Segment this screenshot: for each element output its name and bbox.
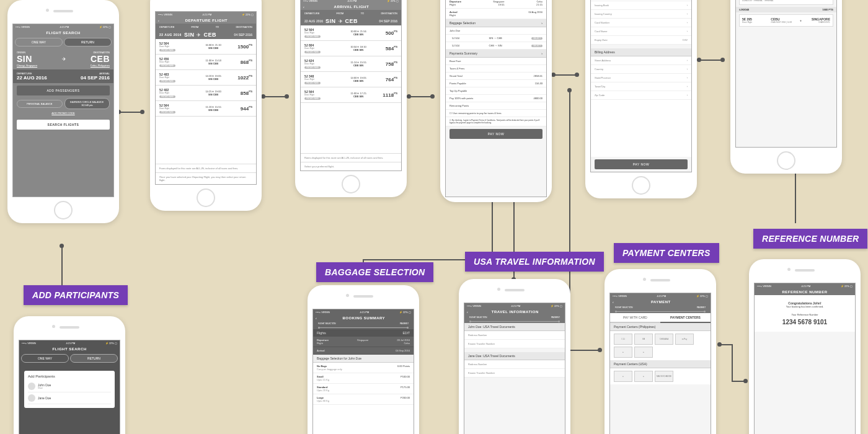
flight-row[interactable]: 5J 804Direct FlightPROMO FARE10:34 ✈ 18:… [301, 41, 401, 56]
baggage-option[interactable]: LargeUpto 30 KgP200.00 [313, 394, 414, 405]
flight-row[interactable]: 5J 348Direct FlightPROMO FARE14:00 ✈ 19:… [301, 72, 401, 87]
baggage-option[interactable]: SmallUpto 15 KgP100.00 [313, 373, 414, 384]
home-button[interactable] [777, 151, 795, 170]
label-usa: USA TRAVEL INFORMATION [465, 252, 604, 272]
home-button[interactable] [197, 188, 215, 207]
tab-oneway[interactable]: ONE WAY [15, 38, 63, 46]
form-field[interactable]: Street Address› [591, 56, 691, 65]
home-button[interactable] [54, 201, 73, 219]
payment-center[interactable]: ● [634, 347, 653, 358]
home-button[interactable] [632, 176, 650, 195]
form-field[interactable]: Country› [591, 65, 691, 74]
form-field[interactable]: Town/City› [591, 82, 691, 91]
form-field[interactable]: Card Number› [591, 19, 691, 27]
form-field[interactable]: Issuing Bank› [591, 1, 691, 10]
tab-pay-card[interactable]: PAY WITH CARD [610, 313, 660, 323]
status-bar: ••••○ VIRGIN4:21 PM⚡ 22% ▢ [13, 24, 113, 30]
baggage-option[interactable]: No BagsCarry-on baggage only0.00 Points [313, 363, 414, 373]
tab-return[interactable]: RETURN [64, 38, 112, 46]
payment-center[interactable]: 7-11 [614, 334, 632, 345]
participant-row[interactable]: Jane Doe [28, 392, 111, 404]
baggage-option[interactable]: StandardUpto 20 KgP175.00 [313, 384, 414, 394]
payment-center[interactable]: ecPay [675, 334, 694, 345]
search-flights-button[interactable]: SEARCH FLIGHTS [17, 120, 110, 130]
reference-number: 1234 5678 9101 [761, 319, 849, 326]
tab-pay-centers[interactable]: PAYMENT CENTERS [660, 313, 711, 323]
flight-row[interactable]: 5J 624Direct FlightPROMO FARE11:24 ✈ 15:… [301, 56, 401, 72]
origin-block[interactable]: ORIGINSINChangi, Singapore [17, 51, 37, 67]
departure-date[interactable]: DEPARTURE22 AUG 2016 [13, 69, 63, 83]
known-traveler-input[interactable]: Known Traveler Number [464, 369, 565, 378]
label-add-participants: ADD PARTICIPANTS [24, 285, 128, 305]
form-field[interactable]: Zip Code› [591, 91, 691, 100]
form-field[interactable]: State/Province› [591, 74, 691, 82]
pay-now-button[interactable]: PAY NOW [595, 159, 688, 169]
flight-row[interactable]: 5J 564Direct FlightPROMO FARE11:20 ✈ 15:… [156, 101, 256, 117]
flight-row[interactable]: 5J 483Direct FlightPROMO FARE14:20 ✈ 19:… [156, 70, 256, 86]
payment-center[interactable]: ● [634, 371, 653, 382]
payment-center[interactable]: ● [614, 371, 632, 382]
dest-block[interactable]: DESTINATIONCEBCebu, Philippines [91, 51, 110, 67]
redress-input[interactable]: Redress Number [464, 360, 565, 369]
form-field[interactable]: Issuing Country› [591, 10, 691, 19]
label-baggage: BAGGAGE SELECTION [316, 262, 433, 282]
payment-center[interactable]: MAX EXCHANGE [655, 371, 673, 382]
participant-row[interactable]: John DoeShare [28, 381, 111, 392]
payment-center[interactable]: ● [614, 347, 632, 358]
payment-center[interactable]: SM [634, 334, 653, 345]
payment-center[interactable]: CEBUANA [655, 334, 673, 345]
arrival-date[interactable]: ARRIVAL04 SEP 2016 [63, 69, 113, 83]
add-passengers-button[interactable]: ADD PASSENGERS [17, 86, 110, 95]
swap-icon[interactable]: ✈ [62, 56, 66, 62]
flight-row[interactable]: 5J 504Direct FlightPROMO FARE10:00 ✈ 21:… [301, 25, 401, 41]
avatar-icon [28, 383, 35, 390]
pay-now-button[interactable]: PAY NOW [450, 129, 542, 139]
flight-row[interactable]: 5J 402Direct FlightPROMO FARE14:25 ✈ 19:… [156, 86, 256, 101]
page-title: FLIGHT SEARCH [13, 30, 113, 36]
form-field[interactable]: Card Name› [591, 27, 691, 36]
redress-input[interactable]: Redress Number [464, 331, 565, 340]
home-button[interactable] [342, 175, 360, 193]
flight-row[interactable]: 5J 504Direct FlightPROMO FARE16:30 ✈ 21:… [156, 39, 256, 55]
known-traveler-input[interactable]: Known Traveler Number [464, 340, 565, 348]
flight-row[interactable]: 5J 564Direct FlightPROMO FARE11:00 ✈ 17:… [301, 87, 401, 103]
earning-balance[interactable]: EARNING CIRCLE BALANCE10,540 pts [64, 98, 110, 109]
label-reference: REFERENCE NUMBER [753, 229, 867, 249]
label-payment-centers: PAYMENT CENTERS [614, 243, 719, 263]
flight-row[interactable]: 5J 456Direct FlightPROMO FARE11:30 ✈ 15:… [156, 55, 256, 70]
personal-balance[interactable]: PERSONAL BALANCE [17, 100, 63, 108]
promo-link[interactable]: ADD PROMO CODE [13, 109, 113, 117]
avatar-icon [28, 394, 35, 402]
